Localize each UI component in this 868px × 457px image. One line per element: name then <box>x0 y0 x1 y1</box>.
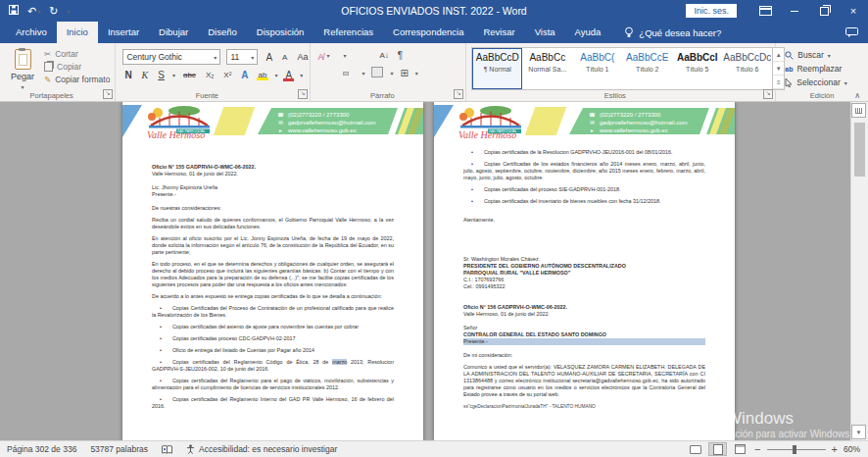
copy-button[interactable]: Copiar <box>44 62 110 72</box>
sign-in-button[interactable]: Inic. ses. <box>686 4 737 18</box>
borders-button[interactable]: ⊞ <box>398 67 410 79</box>
style-titulo-5[interactable]: AaBbCcI Título 5 <box>672 48 722 89</box>
qat-customize-icon[interactable]: ▾ <box>67 8 70 15</box>
accessibility-status[interactable]: Accesibilidad: es necesario investigar <box>179 444 344 454</box>
cut-button[interactable]: ✂Cortar <box>44 49 110 59</box>
undo-dropdown-icon[interactable]: ▾ <box>37 8 40 15</box>
font-size-combo[interactable]: 11▾ <box>226 49 258 65</box>
tab-correspondencia[interactable]: Correspondencia <box>383 22 473 43</box>
redo-icon[interactable]: ↻ <box>49 5 58 18</box>
shading-button[interactable] <box>369 66 385 80</box>
collapse-ribbon-button[interactable]: ∧ <box>854 91 860 100</box>
chevron-down-icon[interactable]: ▾ <box>172 72 175 78</box>
save-icon[interactable] <box>9 5 19 17</box>
tab-inicio[interactable]: Inicio <box>57 22 98 43</box>
paragraph-dialog-launcher[interactable]: ↘ <box>454 89 463 99</box>
tell-me-box[interactable]: ¿Qué desea hacer? <box>624 22 721 43</box>
font-family-combo[interactable]: Century Gothic▾ <box>122 49 220 65</box>
undo-icon[interactable]: ↶ <box>27 5 36 18</box>
read-mode-button[interactable] <box>687 443 703 455</box>
tab-revisar[interactable]: Revisar <box>473 22 524 43</box>
chevron-down-icon[interactable]: ▾ <box>390 70 393 76</box>
close-button[interactable]: × <box>839 0 868 22</box>
highlight-color-button[interactable]: ab <box>257 70 269 80</box>
right-page-body[interactable]: •Copias certificadas de la Resolucion GA… <box>434 140 735 410</box>
style-titulo-1[interactable]: AaBbC( Título 1 <box>572 48 622 89</box>
scrollbar-down-button[interactable]: ▼ <box>851 425 866 439</box>
tab-dibujar[interactable]: Dibujar <box>149 22 198 43</box>
left-page-body[interactable]: Oficio N° 155 GADPRVH-O-WMC-06-2022.Vall… <box>122 140 423 410</box>
decrease-indent-button[interactable] <box>360 55 363 57</box>
replace-button[interactable]: ab Reemplazar <box>785 64 846 74</box>
chevron-down-icon[interactable]: ▾ <box>415 70 418 76</box>
text-effects-button[interactable]: A <box>239 69 250 81</box>
align-left-button[interactable] <box>317 73 321 75</box>
select-button[interactable]: Seleccionar▾ <box>785 77 846 87</box>
document-page-right[interactable]: GAD PARROQUIAL Valle Hermoso ☎(02)277322… <box>434 101 735 441</box>
grow-font-button[interactable]: A <box>264 51 274 64</box>
zoom-out-button[interactable]: − <box>754 444 760 454</box>
tab-ayuda[interactable]: Ayuda <box>565 22 611 43</box>
chevron-down-icon[interactable]: ▾ <box>274 72 277 78</box>
line-spacing-button[interactable] <box>353 73 357 75</box>
ribbon-display-options-button[interactable] <box>750 0 780 22</box>
styles-dialog-launcher[interactable]: ↘ <box>763 89 773 99</box>
format-painter-button[interactable]: ✎Copiar formato <box>44 75 110 84</box>
restore-button[interactable] <box>809 0 839 22</box>
strikethrough-button[interactable]: abc <box>181 70 198 80</box>
scrollbar-thumb[interactable] <box>854 123 865 177</box>
zoom-level[interactable]: 60% <box>844 444 860 454</box>
multilevel-list-button[interactable] <box>351 55 355 57</box>
underline-button[interactable]: S <box>156 69 167 81</box>
tab-archivo[interactable]: Archivo <box>6 22 57 43</box>
zoom-slider[interactable] <box>767 449 826 450</box>
document-page-left[interactable]: GAD PARROQUIAL Valle Hermoso ☎(02)277322… <box>122 101 423 441</box>
paste-button[interactable]: Pegar ▾ <box>5 46 40 90</box>
word-count[interactable]: 53787 palabras <box>83 444 155 454</box>
bullet-list-button[interactable] <box>317 55 321 57</box>
minimize-button[interactable] <box>780 0 809 22</box>
style-normal[interactable]: AaBbCcD ¶ Normal <box>472 48 522 89</box>
show-marks-button[interactable]: ¶ <box>396 49 405 62</box>
shrink-font-button[interactable]: A <box>280 52 289 63</box>
vertical-scrollbar[interactable]: ▼ <box>850 101 868 441</box>
web-layout-button[interactable] <box>732 443 748 455</box>
proofing-status[interactable] <box>155 445 179 454</box>
bold-button[interactable]: N <box>122 69 133 81</box>
chevron-down-icon[interactable]: ▾ <box>300 72 303 78</box>
superscript-button[interactable]: X² <box>221 70 233 80</box>
sort-button[interactable]: A↓ <box>377 50 390 61</box>
style-titulo-6[interactable]: AaBbCcDc Título 6 <box>722 48 772 89</box>
chevron-down-icon[interactable]: ▾ <box>326 52 329 59</box>
feedback-button[interactable] <box>845 22 858 43</box>
font-dialog-launcher[interactable]: ↘ <box>298 89 308 99</box>
numbered-list-button[interactable] <box>334 55 338 57</box>
style-titulo-2[interactable]: AaBbCcE Título 2 <box>622 48 672 89</box>
page-indicator[interactable]: Página 302 de 336 <box>0 444 83 454</box>
chevron-down-icon[interactable]: ▾ <box>343 52 346 59</box>
find-button[interactable]: Buscar▾ <box>785 50 846 60</box>
print-layout-button[interactable] <box>709 443 726 455</box>
tab-insertar[interactable]: Insertar <box>98 22 149 43</box>
zoom-slider-thumb[interactable] <box>793 445 796 454</box>
increase-indent-button[interactable] <box>368 55 372 57</box>
tab-diseno[interactable]: Diseño <box>198 22 247 43</box>
clipboard-dialog-launcher[interactable]: ↘ <box>103 89 113 99</box>
chevron-down-icon[interactable]: ▾ <box>362 70 364 76</box>
tab-referencias[interactable]: Referencias <box>313 22 383 43</box>
italic-button[interactable]: K <box>140 69 151 81</box>
subscript-button[interactable]: X₂ <box>204 70 216 80</box>
style-preview: AaBbCcD <box>473 52 521 63</box>
ruler-toggle-button[interactable] <box>851 103 866 118</box>
align-right-button[interactable] <box>335 73 339 75</box>
change-case-button[interactable]: Aa <box>295 51 310 63</box>
justify-button[interactable] <box>344 73 348 75</box>
tab-disposicion[interactable]: Disposición <box>247 22 314 43</box>
style-normal-sangria[interactable]: AaBbCc Normal Sa... <box>522 48 572 89</box>
zoom-in-button[interactable]: + <box>832 444 838 454</box>
font-color-button[interactable]: A <box>283 69 294 81</box>
align-center-button[interactable] <box>326 73 330 75</box>
proofing-book-icon <box>162 445 172 454</box>
doc-paragraph: De mi consideración: <box>463 352 705 359</box>
tab-vista[interactable]: Vista <box>525 22 565 43</box>
